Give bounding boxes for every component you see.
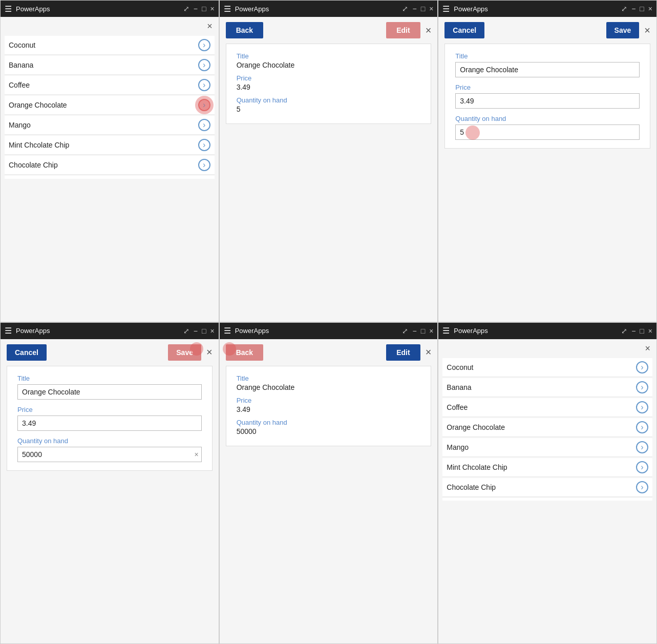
item-name: Mint Chcolate Chip [9,141,69,149]
close-icon-2[interactable]: × [429,5,433,13]
item-nav-btn-highlighted[interactable]: › [198,99,210,111]
hamburger-icon-6[interactable]: ☰ [442,326,450,336]
price-input-4[interactable] [17,416,202,431]
item-nav-btn[interactable]: › [636,461,648,473]
titlebar-icons-3: ⤢ − □ × [621,5,652,13]
expand-icon-4[interactable]: ⤢ [183,327,189,335]
item-name: Coffee [9,81,30,89]
action-bar-3: Cancel Save × [438,17,656,44]
minimize-icon-4[interactable]: − [194,327,198,335]
save-button-3[interactable]: Save [606,22,640,38]
item-name: Banana [9,61,33,69]
hamburger-icon-2[interactable]: ☰ [224,4,231,14]
panel-1: ☰ PowerApps ⤢ − □ × × Coconut › Banana ›… [0,0,219,322]
item-nav-btn[interactable]: › [636,421,648,433]
list-item[interactable]: Chocolate Chip › [5,156,215,175]
close-button-6[interactable]: × [645,343,650,354]
minimize-icon-5[interactable]: − [412,327,416,335]
close-button-3[interactable]: × [644,25,650,36]
maximize-icon-2[interactable]: □ [421,5,425,13]
close-button-4[interactable]: × [206,346,213,358]
detail-card-5: Title Orange Chocolate Price 3.49 Quanti… [226,366,432,446]
expand-icon-5[interactable]: ⤢ [402,327,408,335]
edit-button-5[interactable]: Edit [386,344,420,361]
hamburger-icon-4[interactable]: ☰ [5,326,12,336]
close-icon-5[interactable]: × [429,327,433,335]
app-title-2: PowerApps [235,5,398,13]
maximize-icon-4[interactable]: □ [202,327,206,335]
minimize-icon-3[interactable]: − [631,5,635,13]
item-nav-btn[interactable]: › [636,361,648,373]
list-item[interactable]: Coconut › [5,36,215,55]
expand-icon-1[interactable]: ⤢ [183,5,189,13]
maximize-icon-1[interactable]: □ [202,5,206,13]
bottom-area-4 [1,477,219,644]
cancel-button-4[interactable]: Cancel [7,344,47,361]
close-icon-4[interactable]: × [210,327,214,335]
minimize-icon-2[interactable]: − [412,5,416,13]
list-item[interactable]: Coffee › [442,398,652,417]
item-nav-btn[interactable]: › [198,79,210,91]
hamburger-icon-1[interactable]: ☰ [5,4,12,14]
price-input-3[interactable] [455,93,640,109]
close-icon-6[interactable]: × [648,327,652,335]
field-label-title-5: Title [237,375,421,382]
item-nav-btn[interactable]: › [198,159,210,171]
item-nav-btn[interactable]: › [198,139,210,151]
back-button-2[interactable]: Back [226,22,263,38]
maximize-icon-6[interactable]: □ [640,327,644,335]
cancel-button-3[interactable]: Cancel [444,22,484,38]
title-input-4[interactable] [17,384,202,400]
qty-input-4[interactable] [17,447,202,462]
item-nav-btn[interactable]: › [636,481,648,493]
expand-icon-3[interactable]: ⤢ [621,5,627,13]
panel-content-4: Cancel Save × Title Price Quantity on ha… [1,339,219,644]
qty-input-3[interactable] [455,124,640,140]
form-label-qty-3: Quantity on hand [455,115,640,122]
list-items-1: Coconut › Banana › Coffee › Orange Choco… [1,36,219,179]
list-item[interactable]: Mango › [442,438,652,457]
edit-button-2[interactable]: Edit [386,22,420,38]
bottom-area-5 [220,452,438,644]
item-name: Chocolate Chip [447,483,496,491]
form-label-title-3: Title [455,52,640,60]
item-name: Chocolate Chip [9,161,58,169]
close-button-1[interactable]: × [207,21,213,32]
list-item[interactable]: Coconut › [442,358,652,377]
item-nav-btn[interactable]: › [636,381,648,393]
item-nav-btn[interactable]: › [636,441,648,453]
list-item[interactable]: Mango › [5,116,215,135]
list-item[interactable]: Chocolate Chip › [442,478,652,497]
title-input-3[interactable] [455,62,640,77]
hamburger-icon-3[interactable]: ☰ [442,4,450,14]
list-item[interactable]: Orange Chocolate › [442,418,652,437]
minimize-icon-6[interactable]: − [631,327,635,335]
item-name: Coconut [447,363,473,371]
item-nav-btn[interactable]: › [198,39,210,51]
save-button-4[interactable]: Save [168,344,201,361]
hamburger-icon-5[interactable]: ☰ [224,326,231,336]
item-nav-btn[interactable]: › [198,119,210,131]
close-icon-1[interactable]: × [210,5,214,13]
detail-card-2: Title Orange Chocolate Price 3.49 Quanti… [226,44,432,124]
list-header-1: × [1,17,219,36]
list-item[interactable]: Mint Chcolate Chip › [5,136,215,155]
close-icon-3[interactable]: × [648,5,652,13]
close-button-5[interactable]: × [426,346,432,358]
maximize-icon-3[interactable]: □ [640,5,644,13]
item-nav-btn[interactable]: › [636,401,648,413]
list-item[interactable]: Mint Chcolate Chip › [442,458,652,477]
item-nav-btn[interactable]: › [198,59,210,71]
clear-qty-button-4[interactable]: × [194,450,198,459]
list-item[interactable]: Banana › [5,56,215,75]
list-item[interactable]: Banana › [442,378,652,397]
minimize-icon-1[interactable]: − [194,5,198,13]
titlebar-6: ☰ PowerApps ⤢ − □ × [438,323,656,339]
expand-icon-2[interactable]: ⤢ [402,5,408,13]
maximize-icon-5[interactable]: □ [421,327,425,335]
close-button-2[interactable]: × [426,25,432,36]
expand-icon-6[interactable]: ⤢ [621,327,627,335]
list-item[interactable]: Coffee › [5,76,215,95]
list-item-orange-choc[interactable]: Orange Chocolate › [5,96,215,115]
back-button-5[interactable]: Back [226,344,263,361]
